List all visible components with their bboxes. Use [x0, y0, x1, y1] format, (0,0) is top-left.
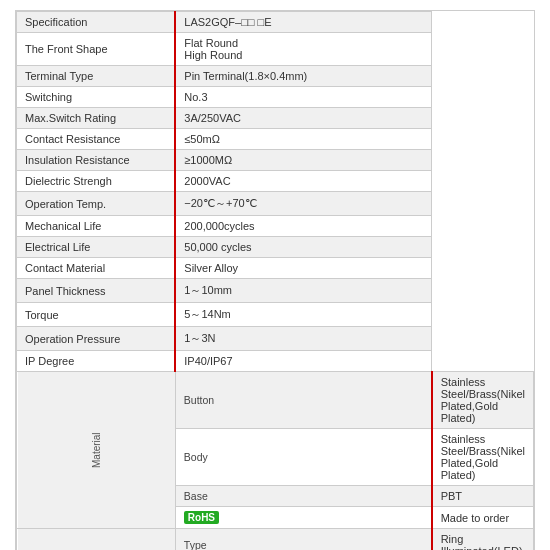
material-value: Stainless Steel/Brass(Nikel Plated,Gold … [432, 372, 534, 429]
table-row: Dielectric Strengh2000VAC [17, 171, 534, 192]
material-label: RoHS [175, 507, 431, 529]
table-row: Operation Temp.−20℃～+70℃ [17, 192, 534, 216]
table-row: Operation Pressure1～3N [17, 327, 534, 351]
table-row: The Front ShapeFlat RoundHigh Round [17, 33, 534, 66]
spec-label: IP Degree [17, 351, 176, 372]
material-label: Body [175, 429, 431, 486]
table-row: SpecificationLAS2GQF–□□ □E [17, 12, 534, 33]
table-row: IP DegreeIP40/IP67 [17, 351, 534, 372]
led-section-label: LED Spec. [17, 529, 176, 551]
spec-label: Contact Material [17, 258, 176, 279]
table-row: Torque5～14Nm [17, 303, 534, 327]
table-row: Max.Switch Rating3A/250VAC [17, 108, 534, 129]
spec-value: −20℃～+70℃ [175, 192, 431, 216]
table-row: Insulation Resistance≥1000MΩ [17, 150, 534, 171]
material-row: MaterialButtonStainless Steel/Brass(Nike… [17, 372, 534, 429]
spec-label: Dielectric Strengh [17, 171, 176, 192]
spec-value: IP40/IP67 [175, 351, 431, 372]
led-label: Type [175, 529, 431, 551]
table-row: Contact MaterialSilver Alloy [17, 258, 534, 279]
spec-label: Insulation Resistance [17, 150, 176, 171]
rohs-badge: RoHS [184, 511, 219, 524]
spec-value: No.3 [175, 87, 431, 108]
spec-table: SpecificationLAS2GQF–□□ □EThe Front Shap… [15, 10, 535, 550]
material-value: Made to order [432, 507, 534, 529]
spec-value: 2000VAC [175, 171, 431, 192]
spec-label: Operation Pressure [17, 327, 176, 351]
spec-value: 200,000cycles [175, 216, 431, 237]
led-value: Ring Illuminated(LED) [432, 529, 534, 551]
table-row: SwitchingNo.3 [17, 87, 534, 108]
spec-label: Max.Switch Rating [17, 108, 176, 129]
table-row: Electrical Life50,000 cycles [17, 237, 534, 258]
table-row: Panel Thickness1～10mm [17, 279, 534, 303]
led-row: LED Spec.TypeRing Illuminated(LED) [17, 529, 534, 551]
spec-value: Flat RoundHigh Round [175, 33, 431, 66]
spec-value: Silver Alloy [175, 258, 431, 279]
spec-value: ≤50mΩ [175, 129, 431, 150]
spec-value: 50,000 cycles [175, 237, 431, 258]
material-value: PBT [432, 486, 534, 507]
table-row: Terminal TypePin Terminal(1.8×0.4mm) [17, 66, 534, 87]
material-label: Button [175, 372, 431, 429]
spec-label: Switching [17, 87, 176, 108]
material-value: Stainless Steel/Brass(Nikel Plated,Gold … [432, 429, 534, 486]
spec-value: 3A/250VAC [175, 108, 431, 129]
table-row: Contact Resistance≤50mΩ [17, 129, 534, 150]
spec-label: Mechanical Life [17, 216, 176, 237]
material-label: Base [175, 486, 431, 507]
material-section-label: Material [17, 372, 176, 529]
spec-label: Terminal Type [17, 66, 176, 87]
table-row: Mechanical Life200,000cycles [17, 216, 534, 237]
spec-label: Electrical Life [17, 237, 176, 258]
spec-value: ≥1000MΩ [175, 150, 431, 171]
spec-value: 1～10mm [175, 279, 431, 303]
spec-label: Panel Thickness [17, 279, 176, 303]
spec-label: Operation Temp. [17, 192, 176, 216]
spec-label: Contact Resistance [17, 129, 176, 150]
spec-label: The Front Shape [17, 33, 176, 66]
spec-value: LAS2GQF–□□ □E [175, 12, 431, 33]
spec-label: Torque [17, 303, 176, 327]
spec-label: Specification [17, 12, 176, 33]
spec-value: 1～3N [175, 327, 431, 351]
spec-value: Pin Terminal(1.8×0.4mm) [175, 66, 431, 87]
spec-value: 5～14Nm [175, 303, 431, 327]
